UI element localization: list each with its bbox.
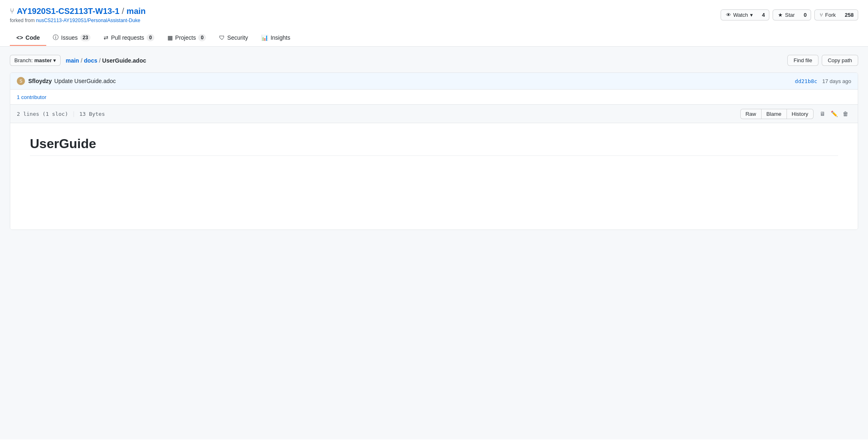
file-card: S Sfloydzy Update UserGuide.adoc dd21b8c… <box>10 72 858 230</box>
pr-badge: 0 <box>147 34 154 41</box>
file-content-heading: UserGuide <box>30 136 838 156</box>
issues-icon: ⓘ <box>53 34 59 41</box>
commit-bar: S Sfloydzy Update UserGuide.adoc dd21b8c… <box>10 73 858 90</box>
projects-badge: 0 <box>198 34 206 41</box>
commit-time: 17 days ago <box>822 78 851 84</box>
contributor-link[interactable]: 1 contributor <box>17 94 46 100</box>
fork-info: forked from nusCS2113-AY1920S1/PersonalA… <box>10 18 146 23</box>
breadcrumb-current: UserGuide.adoc <box>102 57 146 64</box>
file-size: 13 Bytes <box>79 111 105 117</box>
fork-button[interactable]: ⑂ Fork <box>814 9 841 20</box>
fork-btn-group: ⑂ Fork 258 <box>814 9 858 20</box>
commit-message: Update UserGuide.adoc <box>54 78 795 84</box>
issues-badge: 23 <box>80 34 90 41</box>
breadcrumb-bar: Branch: master ▾ main / docs / UserGuide… <box>10 55 858 66</box>
repo-branch-link[interactable]: main <box>127 7 146 16</box>
contributor-label: contributor <box>21 94 46 100</box>
fork-label: Fork <box>825 12 836 18</box>
tab-pr-label: Pull requests <box>111 34 144 41</box>
fork-source-link[interactable]: nusCS2113-AY1920S1/PersonalAssistant-Duk… <box>36 18 140 23</box>
star-icon: ★ <box>778 12 783 18</box>
star-label: Star <box>785 12 795 18</box>
tab-code-label: Code <box>25 34 40 41</box>
fork-repo-icon: ⑂ <box>820 12 823 18</box>
commit-hash-link[interactable]: dd21b8c <box>795 78 817 84</box>
watch-count: 4 <box>758 9 769 20</box>
breadcrumb: main / docs / UserGuide.adoc <box>66 57 146 64</box>
graph-icon: 📊 <box>261 34 268 41</box>
fork-icon: ⑂ <box>10 7 14 16</box>
tab-insights-label: Insights <box>271 34 290 41</box>
star-count: 0 <box>800 9 811 20</box>
action-buttons: 👁 Watch ▾ 4 ★ Star 0 ⑂ Fork <box>717 9 858 20</box>
watch-label: Watch <box>733 12 748 18</box>
blame-button[interactable]: Blame <box>761 109 787 119</box>
branch-chevron-icon: ▾ <box>53 57 56 63</box>
delete-icon[interactable]: 🗑 <box>840 108 851 119</box>
tab-security[interactable]: 🛡 Security <box>212 30 255 46</box>
fork-info-label: forked from <box>10 18 35 23</box>
edit-icon[interactable]: ✏️ <box>828 108 840 119</box>
tab-pull-requests[interactable]: ⇄ Pull requests 0 <box>97 30 161 46</box>
tab-security-label: Security <box>227 34 248 41</box>
history-button[interactable]: History <box>787 109 814 119</box>
shield-icon: 🛡 <box>219 34 225 41</box>
tab-insights[interactable]: 📊 Insights <box>255 30 297 46</box>
top-bar: ⑂ AY1920S1-CS2113T-W13-1 / main forked f… <box>0 0 868 47</box>
branch-selector[interactable]: Branch: master ▾ <box>10 55 61 66</box>
tab-code[interactable]: <> Code <box>10 30 46 46</box>
display-icon[interactable]: 🖥 <box>817 108 828 119</box>
tab-projects[interactable]: ▦ Projects 0 <box>161 30 212 46</box>
file-content: UserGuide <box>10 123 858 230</box>
copy-path-button[interactable]: Copy path <box>822 55 858 66</box>
breadcrumb-link-main[interactable]: main <box>66 57 79 64</box>
file-stats-sep: | <box>73 110 75 117</box>
contributor-count: 1 <box>17 94 20 100</box>
breadcrumb-sep-2: / <box>99 57 101 64</box>
commit-meta: dd21b8c 17 days ago <box>795 78 851 84</box>
repo-name-link[interactable]: AY1920S1-CS2113T-W13-1 <box>17 7 120 16</box>
branch-name: master <box>34 57 52 63</box>
pr-icon: ⇄ <box>104 34 108 41</box>
repo-title-group: ⑂ AY1920S1-CS2113T-W13-1 / main forked f… <box>10 7 146 23</box>
file-info-bar: 2 lines (1 sloc) | 13 Bytes Raw Blame Hi… <box>10 105 858 123</box>
nav-tabs: <> Code ⓘ Issues 23 ⇄ Pull requests 0 ▦ … <box>10 30 858 46</box>
repo-title: ⑂ AY1920S1-CS2113T-W13-1 / main <box>10 7 146 16</box>
contributor-bar: 1 contributor <box>10 90 858 105</box>
breadcrumb-actions: Find file Copy path <box>787 55 858 66</box>
repo-slash: / <box>122 7 124 16</box>
branch-label: Branch: <box>14 57 33 63</box>
repo-header: ⑂ AY1920S1-CS2113T-W13-1 / main forked f… <box>10 7 858 28</box>
file-lines: 2 lines (1 sloc) <box>17 111 68 117</box>
chevron-down-icon: ▾ <box>750 12 753 18</box>
file-actions: Raw Blame History 🖥 ✏️ 🗑 <box>740 108 851 119</box>
content-area: Branch: master ▾ main / docs / UserGuide… <box>0 47 868 439</box>
tab-projects-label: Projects <box>175 34 196 41</box>
tab-issues[interactable]: ⓘ Issues 23 <box>46 30 97 46</box>
eye-icon: 👁 <box>726 12 731 18</box>
avatar: S <box>17 77 25 85</box>
code-icon: <> <box>16 34 23 41</box>
file-stats-group: 2 lines (1 sloc) | 13 Bytes <box>17 110 105 117</box>
breadcrumb-left: Branch: master ▾ main / docs / UserGuide… <box>10 55 146 66</box>
find-file-button[interactable]: Find file <box>787 55 818 66</box>
projects-icon: ▦ <box>167 34 173 41</box>
watch-button[interactable]: 👁 Watch ▾ <box>721 9 758 20</box>
breadcrumb-sep-1: / <box>81 57 82 64</box>
commit-author[interactable]: Sfloydzy <box>28 78 52 84</box>
star-btn-group: ★ Star 0 <box>773 9 811 20</box>
tab-issues-label: Issues <box>61 34 77 41</box>
breadcrumb-link-docs[interactable]: docs <box>84 57 97 64</box>
watch-btn-group: 👁 Watch ▾ 4 <box>721 9 770 20</box>
star-button[interactable]: ★ Star <box>773 9 800 20</box>
raw-button[interactable]: Raw <box>740 109 761 119</box>
fork-count: 258 <box>841 9 858 20</box>
